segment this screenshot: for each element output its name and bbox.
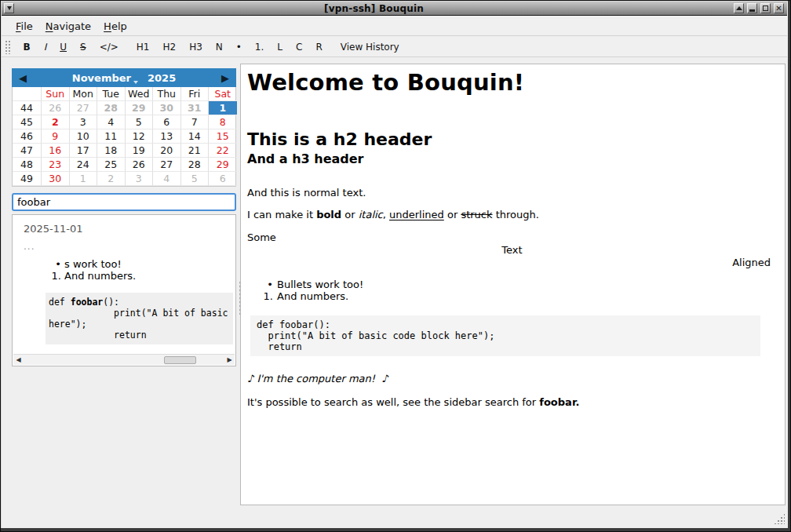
result-numbered-item: 1. And numbers. [47, 270, 235, 282]
calendar-day[interactable]: 13 [153, 129, 181, 144]
calendar-day[interactable]: 28 [97, 101, 126, 115]
toolbar-grip[interactable] [5, 40, 11, 54]
align-center-button[interactable]: C [290, 39, 309, 55]
menu-help[interactable]: Help [97, 18, 133, 35]
menu-file[interactable]: File [9, 18, 39, 35]
scrollbar-thumb[interactable] [164, 356, 196, 364]
day-header-mon: Mon [70, 87, 98, 101]
calendar-day[interactable]: 16 [42, 144, 70, 158]
calendar-day[interactable]: 26 [42, 101, 70, 115]
calendar-day[interactable]: 17 [70, 144, 98, 158]
calendar-day[interactable]: 27 [70, 101, 98, 115]
calendar-day[interactable]: 5 [181, 172, 210, 186]
calendar-day[interactable]: 22 [209, 144, 237, 158]
calendar-day[interactable]: 24 [70, 158, 98, 172]
calendar-day[interactable]: 7 [181, 115, 210, 129]
scroll-left-icon[interactable]: ◀ [13, 355, 24, 365]
menu-navigate[interactable]: Navigate [39, 18, 97, 35]
calendar-day[interactable]: 2 [42, 115, 70, 129]
month-selector[interactable]: November [72, 72, 140, 84]
normal-text-button[interactable]: N [209, 39, 229, 55]
calendar-day[interactable]: 1 [209, 101, 237, 115]
calendar-day[interactable]: 29 [209, 158, 237, 172]
doc-bullet-item: • Bullets work too! [257, 279, 777, 291]
underline-button[interactable]: U [53, 39, 74, 55]
doc-list: • Bullets work too! 1. And numbers. [257, 279, 777, 302]
result-bullet-item: • s work too! [47, 258, 235, 270]
bold-button[interactable]: B [16, 39, 37, 55]
h3-button[interactable]: H3 [183, 39, 210, 55]
calendar-day[interactable]: 1 [70, 172, 98, 186]
toolbar: B I U S </> H1 H2 H3 N • 1. L C R View H… [2, 37, 787, 57]
numbered-list-button[interactable]: 1. [248, 39, 270, 55]
editor[interactable]: Welcome to Bouquin! This is a h2 header … [240, 64, 786, 505]
code-button[interactable]: </> [93, 39, 125, 55]
calendar-header: ◀ November 2025 ▶ [12, 68, 236, 87]
horizontal-scrollbar[interactable]: ◀ ▶ [13, 354, 235, 365]
day-header-tue: Tue [97, 87, 126, 101]
window-menu-button[interactable] [4, 3, 14, 13]
window-resize-grip[interactable] [774, 513, 785, 524]
calendar-day[interactable]: 30 [42, 172, 70, 186]
calendar-day[interactable]: 12 [126, 129, 154, 144]
next-month-button[interactable]: ▶ [214, 72, 236, 84]
bullet-marker: • [257, 279, 273, 291]
close-button[interactable]: ✕ [774, 3, 784, 13]
calendar-day[interactable]: 28 [181, 158, 210, 172]
bullet-list-button[interactable]: • [229, 39, 248, 55]
calendar-day[interactable]: 31 [181, 101, 210, 115]
calendar-day[interactable]: 4 [153, 172, 181, 186]
calendar-day[interactable]: 5 [126, 115, 154, 129]
calendar-day[interactable]: 21 [181, 144, 210, 158]
highlighted-match: foobar [71, 297, 104, 308]
italic-button[interactable]: I [37, 39, 53, 55]
day-header-wed: Wed [126, 87, 154, 101]
maximize-button[interactable] [760, 3, 771, 13]
calendar-day[interactable]: 9 [42, 129, 70, 144]
align-right-button[interactable]: R [309, 39, 329, 55]
strikethrough-button[interactable]: S [74, 39, 93, 55]
minimize-button[interactable] [747, 3, 757, 13]
calendar-day[interactable]: 29 [126, 101, 154, 115]
h1-button[interactable]: H1 [129, 39, 156, 55]
number-marker: 1. [47, 270, 61, 282]
result-list: • s work too! 1. And numbers. [47, 258, 235, 282]
calendar-day[interactable]: 23 [42, 158, 70, 172]
view-history-button[interactable]: View History [334, 39, 406, 55]
calendar-day[interactable]: 30 [153, 101, 181, 115]
titlebar[interactable]: [vpn-ssh] Bouquin ✕ [2, 2, 787, 16]
calendar-day[interactable]: 3 [126, 172, 154, 186]
result-date-link[interactable]: 2025-11-01 [24, 223, 235, 235]
week-number: 45 [13, 115, 42, 129]
doc-paragraph: And this is normal text. [247, 187, 777, 199]
calendar-day[interactable]: 26 [126, 158, 154, 172]
calendar-day[interactable]: 10 [70, 129, 98, 144]
h2-button[interactable]: H2 [156, 39, 183, 55]
calendar-day[interactable]: 25 [97, 158, 126, 172]
calendar-day[interactable]: 11 [97, 129, 126, 144]
calendar-day[interactable]: 2 [97, 172, 126, 186]
week-number: 48 [13, 158, 42, 172]
scroll-right-icon[interactable]: ▶ [224, 355, 235, 365]
prev-month-button[interactable]: ◀ [12, 72, 34, 84]
number-marker: 1. [257, 291, 273, 303]
align-left-button[interactable]: L [271, 39, 290, 55]
week-number: 47 [13, 144, 42, 158]
calendar-day[interactable]: 20 [153, 144, 181, 158]
calendar-day[interactable]: 15 [209, 129, 237, 144]
calendar-day[interactable]: 8 [209, 115, 237, 129]
calendar-day[interactable]: 18 [97, 144, 126, 158]
result-ellipsis: ... [24, 241, 235, 252]
search-input[interactable] [12, 193, 236, 211]
calendar-day[interactable]: 6 [153, 115, 181, 129]
calendar-day[interactable]: 3 [70, 115, 98, 129]
calendar-year-label[interactable]: 2025 [148, 72, 176, 84]
calendar-month-label: November [72, 72, 131, 84]
calendar-day[interactable]: 4 [97, 115, 126, 129]
search-results-pane[interactable]: 2025-11-01 ... • s work too! 1. And numb… [12, 214, 236, 366]
calendar-day[interactable]: 14 [181, 129, 210, 144]
calendar-day[interactable]: 6 [209, 172, 237, 186]
shade-button[interactable] [734, 3, 744, 13]
calendar-day[interactable]: 27 [153, 158, 181, 172]
calendar-day[interactable]: 19 [126, 144, 154, 158]
